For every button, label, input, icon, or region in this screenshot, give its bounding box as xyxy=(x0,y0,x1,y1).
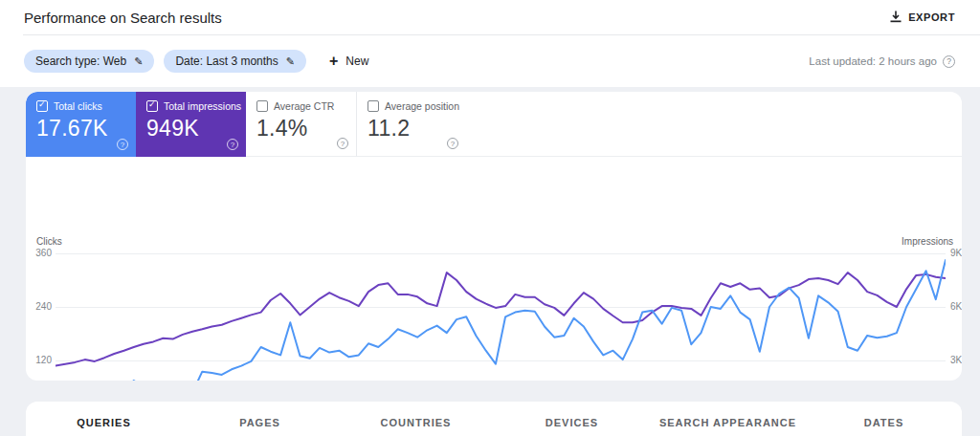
metric-value: 17.67K xyxy=(36,116,126,142)
card-header: Average CTR xyxy=(256,100,346,112)
timeseries-chart: Clicks Impressions 360 240 120 0 9K 6K 3… xyxy=(26,157,962,381)
right-axis-tick: 3K xyxy=(950,355,962,365)
new-filter-label: New xyxy=(345,54,368,68)
metric-card-average-position[interactable]: Average position 11.2 ? xyxy=(356,92,466,157)
edit-pencil-icon: ✎ xyxy=(134,55,143,68)
metric-label: Total impressions xyxy=(164,100,241,112)
metric-card-total-impressions[interactable]: Total impressions 949K ? xyxy=(136,92,246,157)
performance-chart-panel: Total clicks 17.67K ? Total impressions … xyxy=(26,92,962,381)
right-axis-title: Impressions xyxy=(902,236,953,247)
top-block: Performance on Search results EXPORT Sea… xyxy=(0,0,980,87)
left-axis-title: Clicks xyxy=(36,236,62,247)
checkbox-unchecked-icon[interactable] xyxy=(256,100,268,112)
edit-pencil-icon: ✎ xyxy=(286,55,295,68)
page-title: Performance on Search results xyxy=(24,10,222,26)
card-header: Total impressions xyxy=(146,100,236,112)
tab-queries[interactable]: QUERIES xyxy=(26,402,182,436)
filter-chip-date[interactable]: Date: Last 3 months ✎ xyxy=(164,50,306,73)
help-icon[interactable]: ? xyxy=(943,55,955,68)
checkbox-unchecked-icon[interactable] xyxy=(368,100,379,112)
metric-label: Average CTR xyxy=(274,100,334,112)
help-icon[interactable]: ? xyxy=(337,138,348,149)
left-axis-tick: 120 xyxy=(28,355,52,365)
filter-chip-label: Search type: Web xyxy=(35,54,126,68)
metric-label: Total clicks xyxy=(54,100,102,112)
right-axis-tick: 9K xyxy=(950,248,962,258)
download-icon xyxy=(890,11,902,25)
card-header: Total clicks xyxy=(36,100,126,112)
metric-value: 949K xyxy=(146,116,236,142)
help-icon[interactable]: ? xyxy=(227,139,238,150)
filter-chip-search-type[interactable]: Search type: Web ✎ xyxy=(24,50,154,73)
last-updated: Last updated: 2 hours ago ? xyxy=(809,55,955,68)
metric-value: 11.2 xyxy=(368,116,457,142)
card-header: Average position xyxy=(368,100,457,112)
new-filter-button[interactable]: + New xyxy=(329,54,368,69)
left-axis-tick: 360 xyxy=(28,248,52,258)
app-bar: Performance on Search results EXPORT xyxy=(0,0,980,34)
last-updated-text: Last updated: 2 hours ago xyxy=(809,55,937,67)
help-icon[interactable]: ? xyxy=(117,139,128,150)
tab-countries[interactable]: COUNTRIES xyxy=(338,402,494,436)
tab-dates[interactable]: DATES xyxy=(806,402,962,436)
chart-plot-area[interactable] xyxy=(56,253,946,381)
metric-label: Average position xyxy=(385,100,459,112)
checkbox-checked-icon[interactable] xyxy=(36,100,48,112)
metric-cards: Total clicks 17.67K ? Total impressions … xyxy=(26,92,962,157)
plus-icon: + xyxy=(329,54,338,69)
checkbox-checked-icon[interactable] xyxy=(146,100,158,112)
metric-card-total-clicks[interactable]: Total clicks 17.67K ? xyxy=(26,92,136,157)
left-axis-tick: 240 xyxy=(28,301,52,312)
metric-value: 1.4% xyxy=(256,116,346,142)
dimension-tabs: QUERIES PAGES COUNTRIES DEVICES SEARCH A… xyxy=(26,402,962,436)
export-button[interactable]: EXPORT xyxy=(890,11,955,25)
metric-card-average-ctr[interactable]: Average CTR 1.4% ? xyxy=(246,92,356,157)
tab-search-appearance[interactable]: SEARCH APPEARANCE xyxy=(650,402,806,436)
help-icon[interactable]: ? xyxy=(447,138,458,149)
dimension-tabs-panel: QUERIES PAGES COUNTRIES DEVICES SEARCH A… xyxy=(26,402,962,436)
export-label: EXPORT xyxy=(908,11,955,23)
tab-pages[interactable]: PAGES xyxy=(182,402,338,436)
cards-filler xyxy=(466,92,962,157)
tab-devices[interactable]: DEVICES xyxy=(494,402,650,436)
filter-bar: Search type: Web ✎ Date: Last 3 months ✎… xyxy=(0,35,980,87)
right-axis-tick: 6K xyxy=(950,301,962,312)
filter-chip-label: Date: Last 3 months xyxy=(175,54,278,68)
